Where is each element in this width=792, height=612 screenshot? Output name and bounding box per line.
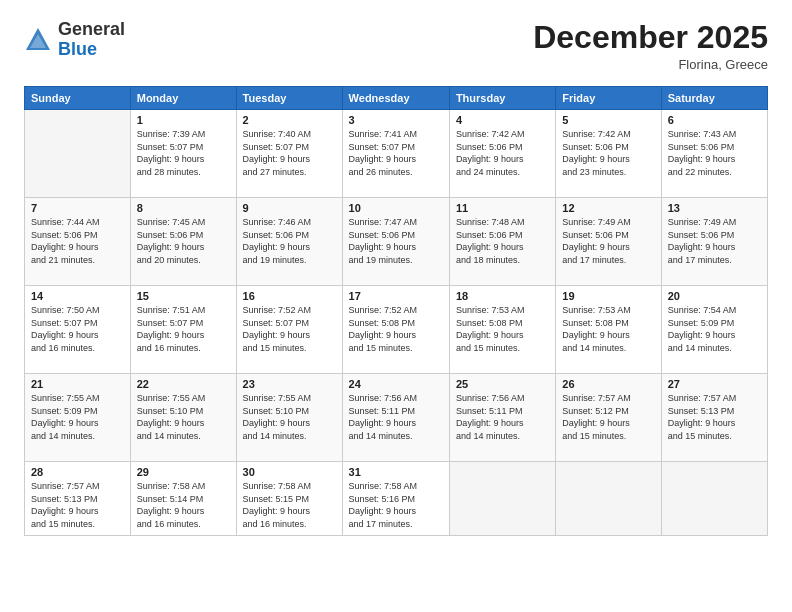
calendar-cell: 18Sunrise: 7:53 AM Sunset: 5:08 PM Dayli…	[449, 286, 555, 374]
day-info: Sunrise: 7:58 AM Sunset: 5:16 PM Dayligh…	[349, 480, 443, 530]
day-number: 12	[562, 202, 654, 214]
day-number: 28	[31, 466, 124, 478]
day-info: Sunrise: 7:57 AM Sunset: 5:12 PM Dayligh…	[562, 392, 654, 442]
day-number: 27	[668, 378, 761, 390]
calendar-cell	[661, 462, 767, 535]
day-number: 16	[243, 290, 336, 302]
calendar-cell: 11Sunrise: 7:48 AM Sunset: 5:06 PM Dayli…	[449, 198, 555, 286]
day-number: 26	[562, 378, 654, 390]
day-info: Sunrise: 7:56 AM Sunset: 5:11 PM Dayligh…	[456, 392, 549, 442]
day-info: Sunrise: 7:42 AM Sunset: 5:06 PM Dayligh…	[562, 128, 654, 178]
day-number: 8	[137, 202, 230, 214]
calendar-cell: 23Sunrise: 7:55 AM Sunset: 5:10 PM Dayli…	[236, 374, 342, 462]
calendar-cell: 3Sunrise: 7:41 AM Sunset: 5:07 PM Daylig…	[342, 110, 449, 198]
col-sunday: Sunday	[25, 87, 131, 110]
col-monday: Monday	[130, 87, 236, 110]
calendar-cell	[556, 462, 661, 535]
calendar-cell: 17Sunrise: 7:52 AM Sunset: 5:08 PM Dayli…	[342, 286, 449, 374]
calendar-cell: 20Sunrise: 7:54 AM Sunset: 5:09 PM Dayli…	[661, 286, 767, 374]
calendar-cell: 26Sunrise: 7:57 AM Sunset: 5:12 PM Dayli…	[556, 374, 661, 462]
calendar-cell: 19Sunrise: 7:53 AM Sunset: 5:08 PM Dayli…	[556, 286, 661, 374]
day-info: Sunrise: 7:55 AM Sunset: 5:09 PM Dayligh…	[31, 392, 124, 442]
title-block: December 2025 Florina, Greece	[533, 20, 768, 72]
calendar-cell: 21Sunrise: 7:55 AM Sunset: 5:09 PM Dayli…	[25, 374, 131, 462]
day-number: 2	[243, 114, 336, 126]
calendar-cell: 22Sunrise: 7:55 AM Sunset: 5:10 PM Dayli…	[130, 374, 236, 462]
day-info: Sunrise: 7:55 AM Sunset: 5:10 PM Dayligh…	[243, 392, 336, 442]
day-info: Sunrise: 7:49 AM Sunset: 5:06 PM Dayligh…	[562, 216, 654, 266]
col-tuesday: Tuesday	[236, 87, 342, 110]
day-info: Sunrise: 7:46 AM Sunset: 5:06 PM Dayligh…	[243, 216, 336, 266]
day-number: 23	[243, 378, 336, 390]
calendar-cell: 28Sunrise: 7:57 AM Sunset: 5:13 PM Dayli…	[25, 462, 131, 535]
day-info: Sunrise: 7:49 AM Sunset: 5:06 PM Dayligh…	[668, 216, 761, 266]
calendar-cell	[25, 110, 131, 198]
day-number: 20	[668, 290, 761, 302]
day-number: 10	[349, 202, 443, 214]
day-number: 15	[137, 290, 230, 302]
day-info: Sunrise: 7:48 AM Sunset: 5:06 PM Dayligh…	[456, 216, 549, 266]
calendar-cell: 9Sunrise: 7:46 AM Sunset: 5:06 PM Daylig…	[236, 198, 342, 286]
calendar-cell: 15Sunrise: 7:51 AM Sunset: 5:07 PM Dayli…	[130, 286, 236, 374]
day-info: Sunrise: 7:53 AM Sunset: 5:08 PM Dayligh…	[456, 304, 549, 354]
day-info: Sunrise: 7:56 AM Sunset: 5:11 PM Dayligh…	[349, 392, 443, 442]
day-number: 30	[243, 466, 336, 478]
calendar-cell: 25Sunrise: 7:56 AM Sunset: 5:11 PM Dayli…	[449, 374, 555, 462]
logo: General Blue	[24, 20, 125, 60]
day-info: Sunrise: 7:43 AM Sunset: 5:06 PM Dayligh…	[668, 128, 761, 178]
day-info: Sunrise: 7:52 AM Sunset: 5:08 PM Dayligh…	[349, 304, 443, 354]
day-number: 19	[562, 290, 654, 302]
day-info: Sunrise: 7:42 AM Sunset: 5:06 PM Dayligh…	[456, 128, 549, 178]
day-info: Sunrise: 7:39 AM Sunset: 5:07 PM Dayligh…	[137, 128, 230, 178]
calendar-cell: 27Sunrise: 7:57 AM Sunset: 5:13 PM Dayli…	[661, 374, 767, 462]
day-number: 24	[349, 378, 443, 390]
day-info: Sunrise: 7:52 AM Sunset: 5:07 PM Dayligh…	[243, 304, 336, 354]
day-number: 17	[349, 290, 443, 302]
col-wednesday: Wednesday	[342, 87, 449, 110]
day-number: 29	[137, 466, 230, 478]
logo-text: General Blue	[58, 20, 125, 60]
calendar-cell: 4Sunrise: 7:42 AM Sunset: 5:06 PM Daylig…	[449, 110, 555, 198]
calendar-cell: 2Sunrise: 7:40 AM Sunset: 5:07 PM Daylig…	[236, 110, 342, 198]
day-info: Sunrise: 7:54 AM Sunset: 5:09 PM Dayligh…	[668, 304, 761, 354]
col-friday: Friday	[556, 87, 661, 110]
location: Florina, Greece	[533, 57, 768, 72]
day-info: Sunrise: 7:51 AM Sunset: 5:07 PM Dayligh…	[137, 304, 230, 354]
day-info: Sunrise: 7:55 AM Sunset: 5:10 PM Dayligh…	[137, 392, 230, 442]
calendar-cell: 31Sunrise: 7:58 AM Sunset: 5:16 PM Dayli…	[342, 462, 449, 535]
logo-general: General	[58, 19, 125, 39]
day-number: 6	[668, 114, 761, 126]
day-number: 5	[562, 114, 654, 126]
day-info: Sunrise: 7:57 AM Sunset: 5:13 PM Dayligh…	[668, 392, 761, 442]
day-number: 18	[456, 290, 549, 302]
day-number: 25	[456, 378, 549, 390]
day-info: Sunrise: 7:58 AM Sunset: 5:14 PM Dayligh…	[137, 480, 230, 530]
day-number: 3	[349, 114, 443, 126]
calendar-cell: 12Sunrise: 7:49 AM Sunset: 5:06 PM Dayli…	[556, 198, 661, 286]
calendar-cell: 8Sunrise: 7:45 AM Sunset: 5:06 PM Daylig…	[130, 198, 236, 286]
calendar-cell: 6Sunrise: 7:43 AM Sunset: 5:06 PM Daylig…	[661, 110, 767, 198]
calendar-cell: 10Sunrise: 7:47 AM Sunset: 5:06 PM Dayli…	[342, 198, 449, 286]
day-info: Sunrise: 7:44 AM Sunset: 5:06 PM Dayligh…	[31, 216, 124, 266]
logo-icon	[24, 26, 52, 54]
calendar-cell: 16Sunrise: 7:52 AM Sunset: 5:07 PM Dayli…	[236, 286, 342, 374]
calendar-cell: 29Sunrise: 7:58 AM Sunset: 5:14 PM Dayli…	[130, 462, 236, 535]
col-thursday: Thursday	[449, 87, 555, 110]
calendar-table: Sunday Monday Tuesday Wednesday Thursday…	[24, 86, 768, 535]
page: General Blue December 2025 Florina, Gree…	[0, 0, 792, 612]
day-number: 1	[137, 114, 230, 126]
day-info: Sunrise: 7:41 AM Sunset: 5:07 PM Dayligh…	[349, 128, 443, 178]
day-number: 22	[137, 378, 230, 390]
day-info: Sunrise: 7:58 AM Sunset: 5:15 PM Dayligh…	[243, 480, 336, 530]
calendar-cell: 30Sunrise: 7:58 AM Sunset: 5:15 PM Dayli…	[236, 462, 342, 535]
day-number: 21	[31, 378, 124, 390]
day-number: 14	[31, 290, 124, 302]
day-info: Sunrise: 7:53 AM Sunset: 5:08 PM Dayligh…	[562, 304, 654, 354]
day-info: Sunrise: 7:40 AM Sunset: 5:07 PM Dayligh…	[243, 128, 336, 178]
day-info: Sunrise: 7:47 AM Sunset: 5:06 PM Dayligh…	[349, 216, 443, 266]
calendar-cell: 1Sunrise: 7:39 AM Sunset: 5:07 PM Daylig…	[130, 110, 236, 198]
day-number: 31	[349, 466, 443, 478]
month-year: December 2025	[533, 20, 768, 55]
calendar-cell: 5Sunrise: 7:42 AM Sunset: 5:06 PM Daylig…	[556, 110, 661, 198]
calendar-cell: 14Sunrise: 7:50 AM Sunset: 5:07 PM Dayli…	[25, 286, 131, 374]
